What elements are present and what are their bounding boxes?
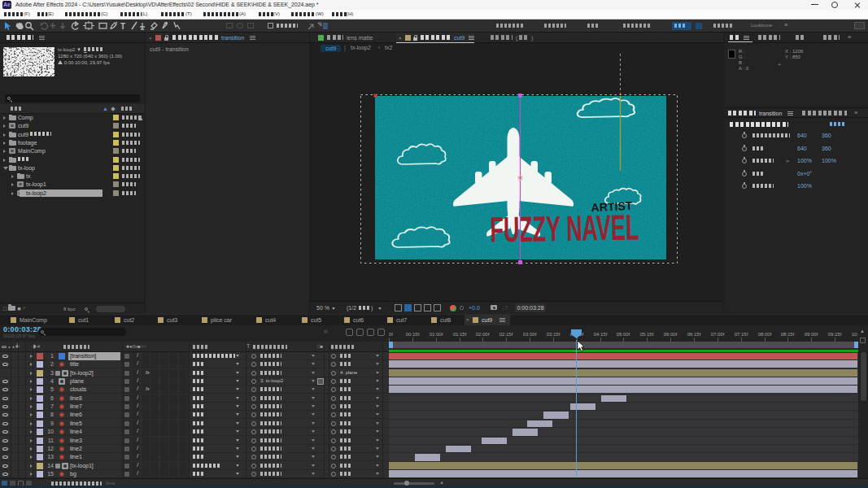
svg-text:FUZZY NAVEL: FUZZY NAVEL xyxy=(490,207,639,249)
svg-text:T: T xyxy=(120,22,125,31)
